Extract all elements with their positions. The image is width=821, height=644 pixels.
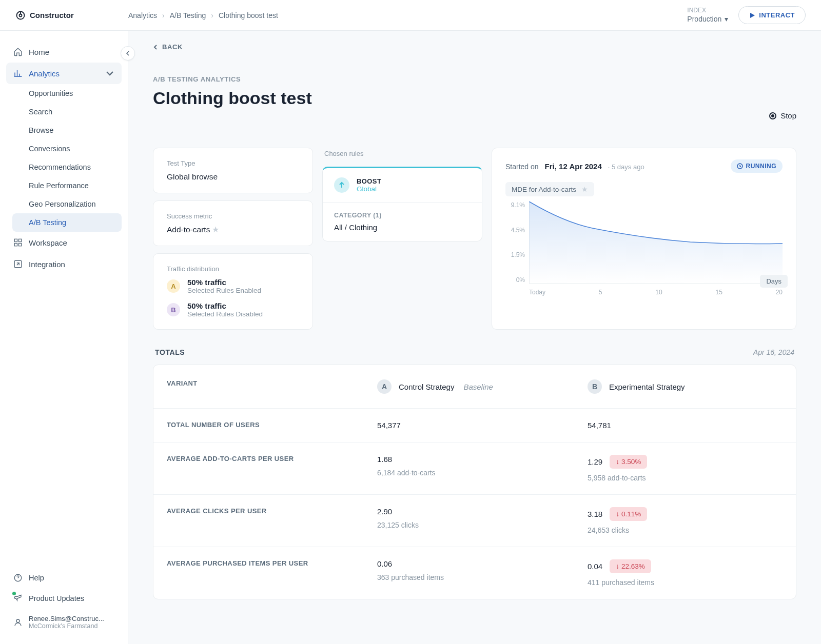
sidebar-item-rule-performance[interactable]: Rule Performance bbox=[12, 176, 122, 195]
traffic-desc: Selected Rules Enabled bbox=[187, 287, 261, 294]
sidebar-item-geo-personalization[interactable]: Geo Personalization bbox=[12, 195, 122, 213]
sidebar-item-label: Rule Performance bbox=[29, 182, 89, 190]
test-type-card: Test Type Global browse bbox=[153, 148, 313, 193]
star-icon: ★ bbox=[581, 185, 588, 193]
stop-button[interactable]: Stop bbox=[769, 111, 796, 120]
x-tick: 5 bbox=[599, 289, 602, 296]
days-chip[interactable]: Days bbox=[760, 275, 788, 288]
main-content: BACK A/B TESTING ANALYTICS Clothing boos… bbox=[128, 31, 821, 644]
traffic-distribution-card: Traffic distribution A 50% traffic Selec… bbox=[153, 253, 313, 330]
sidebar-item-help[interactable]: Help bbox=[6, 568, 122, 588]
category-label: CATEGORY (1) bbox=[334, 212, 471, 219]
x-tick: 20 bbox=[776, 289, 783, 296]
metric-label: TOTAL NUMBER OF USERS bbox=[153, 409, 364, 442]
card-label: Success metric bbox=[167, 212, 299, 220]
success-metric-value: Add-to-carts bbox=[167, 225, 210, 234]
sidebar-item-opportunities[interactable]: Opportunities bbox=[12, 84, 122, 103]
variant-b-header: B Experimental Strategy bbox=[588, 379, 783, 394]
user-org: McCormick's Farmstand bbox=[29, 622, 104, 630]
sidebar-item-label: Integration bbox=[29, 260, 65, 269]
index-value: Production bbox=[687, 14, 721, 24]
y-tick: 9.1% bbox=[505, 202, 525, 209]
user-account[interactable]: Renee.Sims@Construc... McCormick's Farms… bbox=[6, 609, 122, 636]
sidebar-item-browse[interactable]: Browse bbox=[12, 121, 122, 139]
rule-title: BOOST bbox=[357, 177, 381, 185]
test-type-value: Global browse bbox=[167, 172, 299, 182]
sidebar-item-workspace[interactable]: Workspace bbox=[6, 232, 122, 253]
totals-date: Apr 16, 2024 bbox=[753, 348, 794, 356]
sidebar-item-ab-testing[interactable]: A/B Testing bbox=[12, 213, 122, 232]
mde-chip: MDE for Add-to-carts ★ bbox=[505, 182, 594, 196]
clock-icon bbox=[737, 163, 743, 169]
sidebar-item-label: Product Updates bbox=[29, 594, 84, 602]
sidebar-item-recommendations[interactable]: Recommendations bbox=[12, 158, 122, 176]
sidebar-item-home[interactable]: Home bbox=[6, 41, 122, 63]
chevron-right-icon: › bbox=[211, 11, 213, 19]
variant-circle: B bbox=[588, 379, 602, 394]
rule-scope: Global bbox=[357, 185, 381, 193]
stop-icon bbox=[769, 112, 776, 119]
breadcrumb-test[interactable]: Clothing boost test bbox=[219, 11, 278, 19]
svg-rect-1 bbox=[14, 239, 17, 242]
metric-value-a: 54,377 bbox=[377, 421, 561, 430]
x-tick: 15 bbox=[715, 289, 722, 296]
totals-heading: TOTALS bbox=[155, 348, 185, 356]
grid-icon bbox=[13, 238, 23, 247]
metric-value-b: 54,781 bbox=[588, 421, 783, 430]
x-tick: 10 bbox=[655, 289, 662, 296]
megaphone-icon bbox=[13, 593, 23, 602]
sidebar-item-label: Analytics bbox=[29, 69, 60, 78]
brand-name: Constructor bbox=[30, 11, 74, 19]
metric-sub-a: 23,125 clicks bbox=[377, 521, 561, 529]
sidebar-item-label: A/B Testing bbox=[29, 218, 66, 227]
logo-icon bbox=[15, 10, 26, 21]
sidebar-item-label: Home bbox=[29, 48, 49, 56]
x-tick: Today bbox=[529, 289, 545, 296]
metric-value-b: 1.29 bbox=[588, 457, 602, 466]
delta-value: 3.50% bbox=[621, 458, 641, 466]
delta-badge: ↓22.63% bbox=[610, 559, 651, 573]
play-icon bbox=[749, 12, 755, 18]
page-lede: A/B TESTING ANALYTICS bbox=[153, 75, 312, 83]
sidebar-item-product-updates[interactable]: Product Updates bbox=[6, 588, 122, 609]
chevron-right-icon: › bbox=[162, 11, 165, 19]
variant-circle: A bbox=[377, 379, 392, 394]
chosen-rules-label: Chosen rules bbox=[322, 148, 482, 159]
sidebar-item-integration[interactable]: Integration bbox=[6, 253, 122, 275]
y-tick: 4.5% bbox=[505, 227, 525, 234]
sidebar-item-search[interactable]: Search bbox=[12, 103, 122, 121]
variant-name: Control Strategy bbox=[399, 383, 454, 391]
breadcrumb-analytics[interactable]: Analytics bbox=[128, 11, 157, 19]
started-date: Fri, 12 Apr 2024 bbox=[545, 162, 602, 171]
user-icon bbox=[13, 618, 23, 627]
back-label: BACK bbox=[162, 43, 183, 51]
metric-value-a: 1.68 bbox=[377, 455, 561, 464]
sidebar-item-label: Geo Personalization bbox=[29, 200, 96, 208]
metric-value-a: 2.90 bbox=[377, 507, 561, 516]
totals-section: TOTALS Apr 16, 2024 VARIANT A Control St… bbox=[153, 348, 796, 599]
status-badge: RUNNING bbox=[731, 159, 783, 173]
y-tick: 0% bbox=[505, 276, 525, 284]
sidebar-item-label: Recommendations bbox=[29, 163, 91, 171]
boost-icon bbox=[334, 177, 349, 193]
sidebar-item-conversions[interactable]: Conversions bbox=[12, 139, 122, 158]
chart-plot bbox=[529, 202, 783, 284]
sidebar-item-label: Opportunities bbox=[29, 89, 73, 97]
table-row: AVERAGE ADD-TO-CARTS PER USER 1.68 6,184… bbox=[153, 442, 796, 495]
breadcrumb-abtesting[interactable]: A/B Testing bbox=[170, 11, 206, 19]
interact-button[interactable]: INTERACT bbox=[738, 6, 806, 24]
category-value: All / Clothing bbox=[334, 223, 471, 232]
back-button[interactable]: BACK bbox=[153, 43, 796, 51]
index-selector[interactable]: INDEX Production▾ bbox=[687, 7, 728, 24]
chart-x-axis: Today 5 10 15 20 bbox=[505, 286, 783, 296]
sidebar-item-label: Workspace bbox=[29, 238, 67, 247]
y-tick: 1.5% bbox=[505, 251, 525, 258]
metric-value-b: 0.04 bbox=[588, 562, 602, 571]
traffic-pct: 50% traffic bbox=[187, 278, 261, 287]
star-icon: ★ bbox=[212, 225, 219, 234]
svg-rect-2 bbox=[19, 239, 22, 242]
collapse-sidebar-button[interactable] bbox=[121, 46, 135, 61]
logo[interactable]: Constructor bbox=[15, 10, 128, 21]
sidebar-item-analytics[interactable]: Analytics bbox=[6, 63, 122, 84]
table-row: AVERAGE CLICKS PER USER 2.90 23,125 clic… bbox=[153, 495, 796, 547]
